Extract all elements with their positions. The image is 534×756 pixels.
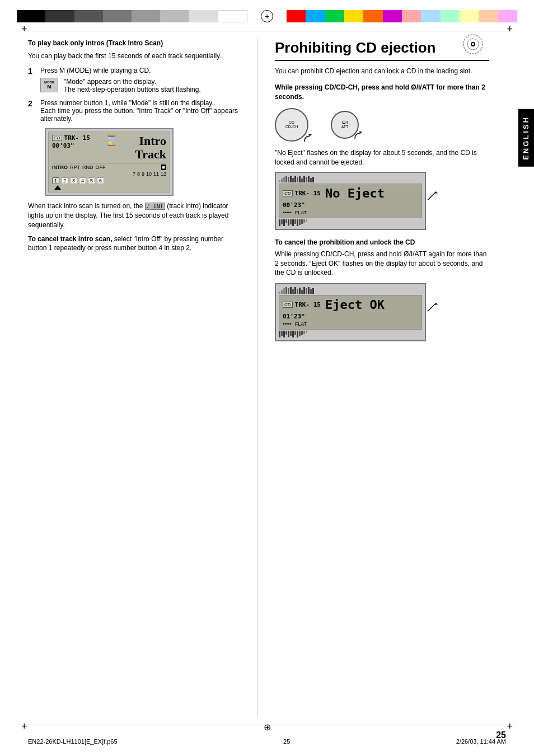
int-indicator: ♪ INT — [145, 203, 165, 210]
right-intro: You can prohibit CD ejection and can loc… — [275, 67, 489, 76]
arrow-num1 — [54, 185, 61, 190]
step-1-detail-2: The next-step-operation buttons start fl… — [64, 86, 201, 93]
cd-target-icon — [462, 34, 484, 57]
cd-icon-eject: CD — [283, 302, 293, 308]
no-eject-desc: "No Eject" flashes on the display for ab… — [275, 148, 489, 167]
step-1-detail-1: "Mode" appears on the display. — [64, 78, 201, 86]
cancel-text-right: While pressing CD/CD-CH, press and hold … — [275, 250, 489, 278]
footer-left: EN22-26KD-LH1101[E_EX]f.p65 — [28, 738, 118, 745]
cd-icon-no-eject: CD — [283, 190, 293, 196]
instruction-bold: While pressing CD/CD-CH, press and hold … — [275, 83, 489, 102]
display-bottom-bar: INTRO RPT RND OFF ■ — [52, 163, 166, 170]
mode-icon: MODE M — [40, 78, 58, 92]
num-btn-4: 4 — [79, 177, 86, 184]
footer-center: 25 — [283, 738, 290, 745]
top-border-line — [17, 31, 517, 31]
num-btn-2: 2 — [61, 177, 68, 184]
flat-indicator-eject: FLAT — [295, 321, 307, 327]
step-2-number: 2 — [28, 99, 36, 108]
bottom-right-corner: + — [507, 721, 513, 732]
time-no-eject: 00'23" — [283, 201, 305, 209]
main-title: Prohibiting CD ejection — [275, 39, 489, 61]
display-trk: TRK- 15 — [64, 134, 90, 142]
english-tab: ENGLISH — [518, 109, 534, 167]
cancel-heading: To cancel the prohibition and unlock the… — [275, 238, 489, 247]
page-footer: EN22-26KD-LH1101[E_EX]f.p65 25 2/26/03, … — [28, 738, 506, 745]
svg-point-3 — [472, 43, 474, 45]
cancel-paragraph: To cancel track intro scan, select "Intr… — [28, 234, 241, 253]
column-divider — [257, 39, 258, 717]
step-1-text: Press M (MODE) while playing a CD. — [40, 67, 151, 74]
flat-indicator: FLAT — [295, 210, 307, 215]
step-2-text: Press number button 1, while "Mode" is s… — [40, 99, 241, 107]
page-number: 25 — [496, 730, 506, 740]
eject-ok-display: CD TRK- 15 Eject OK 01'23" ••••• FLAT — [275, 283, 489, 341]
bottom-center-cross: ⊕ — [264, 722, 271, 732]
no-eject-display: CD TRK- 15 No Eject 00'23" ••••• FLAT — [275, 172, 489, 230]
control-illustration: CDCD-CH ⏻/IATT — [275, 108, 489, 142]
hourglass-icon: ⌛ — [105, 134, 118, 147]
cd-display-intro: CD TRK- 15 00'03" ⌛ IntroTrack — [45, 128, 241, 196]
left-column: To play back only intros (Track Intro Sc… — [28, 39, 252, 717]
cd-icon: CD — [52, 135, 62, 141]
trk-no-eject: TRK- 15 — [295, 190, 321, 197]
eject-ok-text: Eject OK — [325, 298, 385, 312]
right-column: Prohibiting CD ejection You can prohibit… — [264, 39, 506, 717]
top-right-corner: + — [507, 24, 513, 35]
time-eject: 01'23" — [283, 313, 305, 320]
when-on-paragraph: When track intro scan is turned on, the … — [28, 201, 241, 229]
cd-ch-button: CDCD-CH — [275, 108, 308, 142]
display-time: 00'03" — [52, 142, 90, 149]
step-1-block: 1 Press M (MODE) while playing a CD. MOD… — [28, 67, 241, 93]
num-btn-3: 3 — [70, 177, 77, 184]
num-btn-1: 1 — [52, 177, 59, 184]
intro-paragraph: You can play back the first 15 seconds o… — [28, 51, 241, 61]
step-1-number: 1 — [28, 67, 36, 76]
step-2-block: 2 Press number button 1, while "Mode" is… — [28, 99, 241, 123]
trk-eject: TRK- 15 — [295, 301, 321, 308]
top-left-corner: + — [21, 24, 27, 35]
num-btn-6: 6 — [97, 177, 104, 184]
power-att-button: ⏻/IATT — [331, 111, 359, 139]
intro-track-text: IntroTrack — [135, 134, 166, 161]
num-btn-5: 5 — [88, 177, 95, 184]
bottom-left-corner: + — [21, 721, 27, 732]
left-section-heading: To play back only intros (Track Intro Sc… — [28, 39, 241, 47]
step-2-detail: Each time you press the button, "Intro T… — [40, 107, 241, 123]
no-eject-text: No Eject — [325, 186, 385, 200]
